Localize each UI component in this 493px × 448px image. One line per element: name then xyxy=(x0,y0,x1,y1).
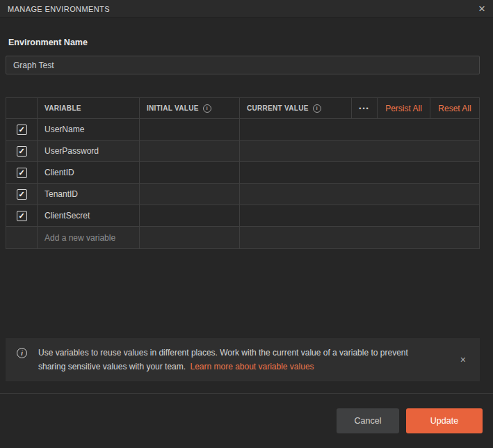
initial-value-cell[interactable] xyxy=(139,205,239,226)
row-checkbox[interactable]: ✓ xyxy=(17,189,27,200)
checkbox-cell xyxy=(6,227,37,248)
variable-name-cell[interactable]: UserPassword xyxy=(37,141,139,161)
info-icon-glyph: i xyxy=(21,350,23,357)
variable-name: ClientSecret xyxy=(45,211,90,221)
variables-table: VARIABLE INITIAL VALUE i CURRENT VALUE i… xyxy=(6,97,480,249)
variable-name: ClientID xyxy=(45,168,74,177)
table-header-actions: ••• Persist All Reset All xyxy=(351,98,479,118)
row-checkbox[interactable]: ✓ xyxy=(17,168,27,178)
current-value-cell[interactable] xyxy=(239,227,479,248)
info-icon-glyph: i xyxy=(316,105,318,111)
variable-name: UserPassword xyxy=(45,146,99,156)
add-variable-placeholder: Add a new variable xyxy=(45,233,115,243)
dialog-titlebar: MANAGE ENVIRONMENTS × xyxy=(0,0,493,18)
banner-close-icon[interactable]: × xyxy=(458,355,469,365)
checkbox-cell: ✓ xyxy=(6,205,37,226)
close-icon[interactable]: × xyxy=(478,3,485,15)
check-icon: ✓ xyxy=(18,147,24,155)
column-header-initial-value-label: INITIAL VALUE xyxy=(147,104,199,112)
table-row: ✓ TenantID xyxy=(6,184,479,205)
check-icon: ✓ xyxy=(18,212,24,220)
column-header-variable: VARIABLE xyxy=(37,98,139,118)
row-checkbox[interactable]: ✓ xyxy=(17,125,27,135)
table-row: ✓ ClientSecret xyxy=(6,205,479,227)
initial-value-cell[interactable] xyxy=(139,162,239,183)
more-options-icon[interactable]: ••• xyxy=(352,98,377,118)
check-icon: ✓ xyxy=(18,191,24,198)
initial-value-cell[interactable] xyxy=(139,141,239,161)
row-checkbox[interactable]: ✓ xyxy=(17,146,27,157)
environment-name-input[interactable] xyxy=(6,56,480,74)
table-header-row: VARIABLE INITIAL VALUE i CURRENT VALUE i… xyxy=(6,98,479,119)
current-value-cell[interactable] xyxy=(239,119,479,140)
info-icon[interactable]: i xyxy=(313,104,321,113)
cancel-button[interactable]: Cancel xyxy=(337,408,399,433)
initial-value-cell[interactable] xyxy=(139,227,239,248)
learn-more-link[interactable]: Learn more about variable values xyxy=(190,362,314,371)
variable-name-cell[interactable]: UserName xyxy=(37,119,139,140)
current-value-cell[interactable] xyxy=(239,184,479,205)
manage-environments-dialog: MANAGE ENVIRONMENTS × Environment Name V… xyxy=(0,0,493,433)
add-variable-row: Add a new variable xyxy=(6,227,479,248)
environment-name-label: Environment Name xyxy=(8,38,493,47)
dialog-footer: Cancel Update xyxy=(0,393,493,433)
check-icon: ✓ xyxy=(18,169,24,177)
banner-message: Use variables to reuse values in differe… xyxy=(38,346,431,374)
table-row: ✓ UserPassword xyxy=(6,141,479,162)
persist-all-button[interactable]: Persist All xyxy=(378,98,430,118)
column-header-initial-value: INITIAL VALUE i xyxy=(139,98,239,118)
checkbox-cell: ✓ xyxy=(6,141,37,161)
variable-name-cell[interactable]: ClientID xyxy=(37,162,139,183)
initial-value-cell[interactable] xyxy=(139,184,239,205)
info-icon: i xyxy=(17,348,27,358)
current-value-cell[interactable] xyxy=(239,162,479,183)
info-banner: i Use variables to reuse values in diffe… xyxy=(6,338,480,381)
header-checkbox-cell xyxy=(6,98,37,118)
checkbox-cell: ✓ xyxy=(6,162,37,183)
reset-all-button[interactable]: Reset All xyxy=(430,98,479,118)
update-button[interactable]: Update xyxy=(406,408,483,433)
row-checkbox[interactable]: ✓ xyxy=(17,211,27,221)
column-header-variable-label: VARIABLE xyxy=(45,104,81,112)
checkbox-cell: ✓ xyxy=(6,119,37,140)
variable-name-cell[interactable]: ClientSecret xyxy=(37,205,139,226)
info-icon-glyph: i xyxy=(206,105,208,111)
dialog-title: MANAGE ENVIRONMENTS xyxy=(8,5,110,13)
check-icon: ✓ xyxy=(18,126,24,134)
column-header-current-value: CURRENT VALUE i xyxy=(239,98,351,118)
table-row: ✓ ClientID xyxy=(6,162,479,184)
initial-value-cell[interactable] xyxy=(139,119,239,140)
current-value-cell[interactable] xyxy=(239,205,479,226)
info-icon[interactable]: i xyxy=(203,104,211,113)
checkbox-cell: ✓ xyxy=(6,184,37,205)
variable-name: UserName xyxy=(45,125,84,134)
variable-name-cell[interactable]: TenantID xyxy=(37,184,139,205)
add-variable-input[interactable]: Add a new variable xyxy=(37,227,139,248)
current-value-cell[interactable] xyxy=(239,141,479,161)
column-header-current-value-label: CURRENT VALUE xyxy=(247,104,309,112)
variable-name: TenantID xyxy=(45,189,78,199)
table-row: ✓ UserName xyxy=(6,119,479,141)
